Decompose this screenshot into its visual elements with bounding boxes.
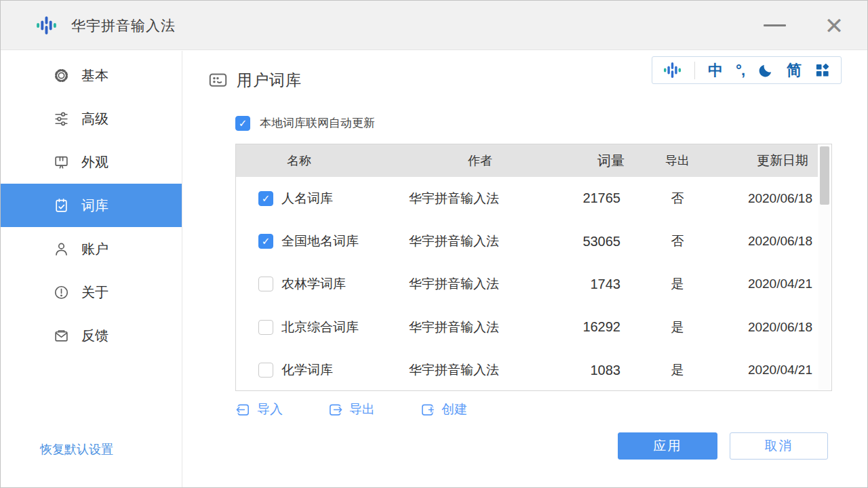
import-link[interactable]: 导入 (235, 401, 283, 418)
cell-count: 53065 (558, 234, 634, 249)
apply-button[interactable]: 应用 (618, 432, 717, 460)
sidebar-item-lexicon[interactable]: 词库 (1, 184, 182, 227)
sidebar-item-label: 账户 (81, 240, 108, 258)
row-checkbox[interactable] (258, 320, 273, 335)
create-icon (420, 402, 435, 418)
cell-count: 1083 (558, 363, 634, 378)
cell-export: 否 (634, 190, 707, 207)
sidebar-item-basic[interactable]: 基本 (1, 54, 182, 97)
footer-buttons: 应用 取消 (618, 432, 828, 460)
cell-date: 2020/04/21 (707, 363, 818, 378)
cell-date: 2020/06/18 (707, 191, 818, 206)
cell-export: 否 (634, 232, 707, 250)
create-link[interactable]: 创建 (420, 401, 467, 418)
cell-author: 华宇拼音输入法 (402, 190, 558, 207)
sidebar-item-label: 基本 (81, 66, 108, 85)
header-export: 导出 (634, 152, 707, 169)
table-header: 名称 作者 词量 导出 更新日期 (236, 144, 818, 177)
sidebar-item-label: 外观 (81, 153, 108, 171)
table-actions: 导入 导出 (235, 401, 467, 418)
monitor-icon (53, 154, 70, 171)
chinese-mode-toggle[interactable]: 中 (708, 63, 723, 78)
table-body: 人名词库 华宇拼音输入法 21765 否 2020/06/18 全国地名词库 华… (236, 177, 818, 390)
toolbar-divider (694, 62, 695, 79)
page-title: 用户词库 (237, 70, 302, 91)
sidebar-item-label: 词库 (81, 197, 108, 215)
cell-name: 北京综合词库 (277, 319, 402, 336)
cell-date: 2020/04/21 (707, 277, 818, 291)
title-bar: 华宇拼音输入法 ✕ (1, 1, 867, 50)
cell-name: 化学词库 (277, 361, 402, 379)
cancel-button[interactable]: 取消 (730, 432, 828, 460)
table-row: 全国地名词库 华宇拼音输入法 53065 否 2020/06/18 (236, 220, 818, 262)
sidebar-nav: 基本 高级 (1, 51, 182, 357)
header-name: 名称 (277, 152, 402, 169)
app-logo-icon (36, 15, 57, 36)
minimize-icon (764, 24, 786, 26)
cell-name: 人名词库 (277, 190, 402, 207)
user-lexicon-icon (208, 70, 228, 90)
import-icon (235, 402, 251, 418)
cell-export: 是 (634, 319, 707, 336)
sidebar-item-account[interactable]: 账户 (1, 227, 182, 270)
lexicon-table: 名称 作者 词量 导出 更新日期 人名词库 华宇拼音输入法 21765 否 (235, 144, 832, 391)
auto-update-row[interactable]: 本地词库联网自动更新 (235, 115, 375, 131)
layout-grid-icon[interactable] (814, 62, 830, 78)
header-author: 作者 (402, 152, 558, 169)
cell-author: 华宇拼音输入法 (402, 275, 558, 293)
table-row: 化学词库 华宇拼音输入法 1083 是 2020/04/21 (236, 349, 818, 392)
sidebar-item-label: 关于 (81, 283, 108, 302)
auto-update-checkbox[interactable] (235, 116, 250, 131)
cell-count: 21765 (558, 190, 634, 206)
export-label: 导出 (349, 401, 375, 418)
table-row: 农林学词库 华宇拼音输入法 1743 是 2020/04/21 (236, 263, 818, 306)
import-label: 导入 (257, 401, 283, 418)
cell-export: 是 (634, 361, 707, 379)
cell-author: 华宇拼音输入法 (402, 361, 558, 379)
sidebar-item-label: 反馈 (81, 327, 108, 345)
sidebar-item-appearance[interactable]: 外观 (1, 140, 182, 184)
cell-count: 1743 (558, 277, 634, 292)
header-count: 词量 (558, 152, 634, 170)
row-checkbox[interactable] (258, 277, 273, 291)
about-icon (53, 284, 70, 301)
ime-logo-icon[interactable] (663, 61, 682, 79)
cell-name: 全国地名词库 (277, 232, 402, 250)
user-icon (53, 241, 70, 258)
cell-count: 16292 (558, 319, 634, 335)
sliders-icon (53, 110, 70, 127)
moon-icon[interactable] (757, 62, 774, 79)
app-window: 华宇拼音输入法 ✕ 基本 (0, 0, 868, 488)
table-row: 北京综合词库 华宇拼音输入法 16292 是 2020/06/18 (236, 306, 818, 348)
restore-defaults-link[interactable]: 恢复默认设置 (40, 441, 113, 458)
gear-icon (53, 67, 70, 84)
app-title: 华宇拼音输入法 (71, 1, 176, 50)
lexicon-icon (53, 197, 70, 214)
sidebar: 基本 高级 (1, 51, 182, 487)
language-bar: 中 °, 简 (652, 56, 842, 84)
page-header: 用户词库 (208, 70, 302, 91)
row-checkbox[interactable] (258, 191, 273, 206)
sidebar-item-feedback[interactable]: 反馈 (1, 314, 182, 357)
export-link[interactable]: 导出 (328, 401, 375, 418)
row-checkbox[interactable] (258, 363, 273, 378)
row-checkbox[interactable] (258, 234, 273, 249)
cell-date: 2020/06/18 (707, 234, 818, 249)
cell-name: 农林学词库 (277, 275, 402, 293)
sidebar-item-advanced[interactable]: 高级 (1, 97, 182, 140)
cell-author: 华宇拼音输入法 (402, 319, 558, 336)
feedback-icon (53, 327, 70, 344)
export-icon (328, 402, 343, 418)
create-label: 创建 (441, 401, 467, 418)
punctuation-toggle[interactable]: °, (736, 63, 745, 78)
scrollbar-thumb[interactable] (820, 146, 829, 205)
close-icon: ✕ (825, 14, 844, 37)
table-row: 人名词库 华宇拼音输入法 21765 否 2020/06/18 (236, 177, 818, 220)
close-button[interactable]: ✕ (813, 1, 855, 50)
minimize-button[interactable] (753, 1, 795, 50)
sidebar-item-label: 高级 (81, 110, 108, 128)
table-scrollbar[interactable] (818, 145, 831, 390)
cell-date: 2020/06/18 (707, 320, 818, 335)
simplified-toggle[interactable]: 简 (787, 63, 802, 78)
sidebar-item-about[interactable]: 关于 (1, 270, 182, 314)
